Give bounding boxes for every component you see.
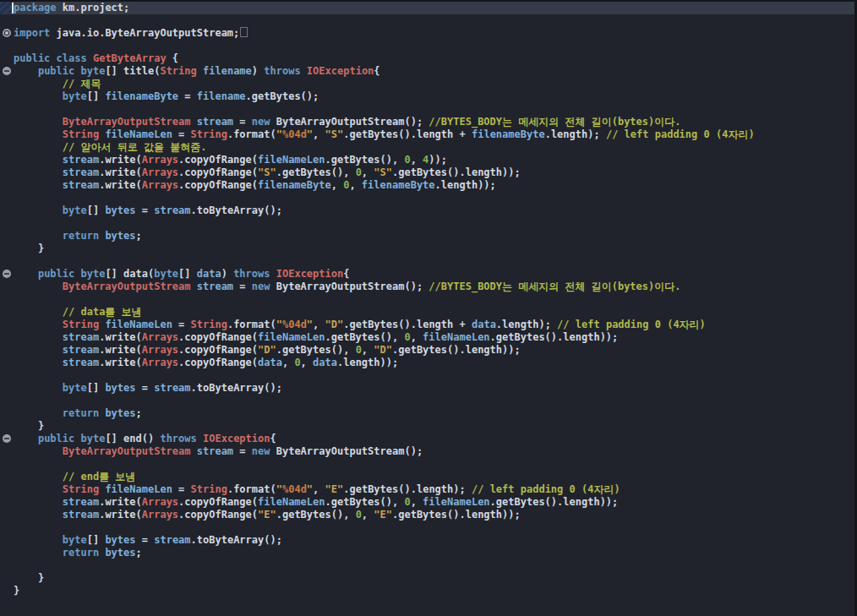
code-token: [] [87,534,106,546]
fold-minus-icon[interactable] [3,67,11,75]
code-line[interactable] [0,395,857,407]
code-token: .copyOfRange( [178,509,258,521]
code-token: .getBytes().length + [343,319,472,330]
code-line[interactable] [0,521,857,534]
code-line[interactable]: // 알아서 뒤로 값을 붙혀줌. [0,141,857,154]
code-token: .format( [227,483,276,495]
code-token [14,407,63,419]
code-token: = [233,445,252,457]
code-line[interactable] [0,103,857,116]
code-line[interactable]: byte[] bytes = stream.toByteArray(); [0,534,857,547]
code-line[interactable] [0,293,857,306]
code-line[interactable] [0,192,857,204]
code-line[interactable]: byte[] bytes = stream.toByteArray(); [0,382,857,395]
code-token: .getBytes(); [246,90,319,102]
code-token: fileNameLen [105,483,172,495]
code-line[interactable] [0,14,857,27]
code-token [14,166,63,178]
code-line[interactable]: stream.write(Arrays.copyOfRange("D".getB… [0,344,857,357]
code-area[interactable]: package km.project;import java.io.ByteAr… [0,0,857,616]
code-token: return [63,407,99,419]
code-token: .format( [227,128,276,140]
code-line[interactable]: stream.write(Arrays.copyOfRange(fileName… [0,154,857,166]
code-line[interactable]: String fileNameLen = String.format("%04d… [0,128,857,141]
code-line[interactable] [0,369,857,382]
code-line[interactable] [0,458,857,471]
code-token: byte [63,204,87,216]
code-token: ) [252,65,264,77]
code-token: .getBytes().length)); [392,509,521,521]
fold-minus-icon[interactable] [3,434,11,443]
code-token: return [63,230,99,242]
code-line[interactable]: stream.write(Arrays.copyOfRange(filename… [0,179,857,192]
code-line[interactable]: } [0,585,857,597]
code-line[interactable]: public byte[] data(byte[] data) throws I… [0,268,857,281]
code-token: ; [136,547,142,559]
code-line[interactable]: // data를 보냄 [0,306,857,319]
code-token: , [362,344,374,356]
code-token: new [252,116,270,128]
code-token: " [276,128,282,140]
code-line[interactable]: stream.write(Arrays.copyOfRange("S".getB… [0,166,857,179]
code-token: ; [136,407,142,419]
code-token: )); [428,154,447,166]
code-token: .copyOfRange( [178,344,258,356]
code-line[interactable]: String fileNameLen = String.format("%04d… [0,483,857,496]
code-line[interactable]: stream.write(Arrays.copyOfRange(data, 0,… [0,357,857,369]
code-token: filename [197,90,246,102]
code-line[interactable]: public byte[] end() throws IOException{ [0,433,857,445]
code-token: , [313,483,325,495]
code-token: 0 [404,331,410,343]
code-token: bytes [105,204,135,216]
code-line[interactable]: ByteArrayOutputStream stream = new ByteA… [0,116,857,128]
code-token [14,319,63,330]
code-token: new [252,281,270,292]
code-token: ByteArrayOutputStream [63,445,191,457]
code-token: throws [233,268,270,280]
code-line[interactable]: public byte[] title(String filename) thr… [0,65,857,78]
fold-dot-icon[interactable] [3,29,11,37]
code-token [14,483,63,495]
code-line[interactable] [0,217,857,230]
code-line[interactable]: } [0,420,857,433]
code-line[interactable] [0,255,857,268]
code-editor-window: { "colors": { "background": "#20232b", "… [0,0,857,616]
code-line[interactable]: return bytes; [0,547,857,559]
code-line[interactable]: } [0,572,857,585]
code-line[interactable]: ByteArrayOutputStream stream = new ByteA… [0,281,857,293]
code-line[interactable]: return bytes; [0,230,857,243]
code-line[interactable]: byte[] filenameByte = filename.getBytes(… [0,90,857,103]
code-token: stream [154,382,190,394]
code-line[interactable]: import java.io.ByteArrayOutputStream; [0,27,857,40]
code-token [14,281,63,292]
code-line[interactable]: } [0,243,857,255]
code-line[interactable]: stream.write(Arrays.copyOfRange(fileName… [0,496,857,509]
code-line[interactable]: String fileNameLen = String.format("%04d… [0,319,857,331]
code-line[interactable]: stream.write(Arrays.copyOfRange(fileName… [0,331,857,344]
code-line[interactable]: ByteArrayOutputStream stream = new ByteA… [0,445,857,458]
code-line[interactable]: byte[] bytes = stream.toByteArray(); [0,204,857,217]
code-line[interactable]: stream.write(Arrays.copyOfRange("E".getB… [0,509,857,521]
code-token: //BYTES_BODY는 메세지의 전체 길이(bytes)이다. [428,281,680,292]
code-token [14,357,63,368]
code-token [14,534,63,546]
code-token: , [411,154,423,166]
code-token: public byte [38,268,105,280]
code-token: , [362,166,374,178]
code-token: .write( [99,166,142,178]
code-line[interactable]: // 제목 [0,78,857,90]
code-line[interactable]: public class GetByteArray { [0,52,857,65]
code-line[interactable]: package km.project; [0,2,857,14]
code-token: return [63,547,99,559]
fold-minus-icon[interactable] [3,270,11,278]
code-token: GetByteArray [93,52,166,64]
code-token: fileNameLen [258,331,325,343]
code-line[interactable]: return bytes; [0,407,857,420]
code-line[interactable] [0,40,857,52]
code-line[interactable] [0,559,857,572]
code-token: "S" [325,128,344,140]
code-token: ) [221,268,233,280]
code-line[interactable]: // end를 보냄 [0,471,857,483]
code-token: "D" [258,344,276,356]
code-token: = [172,483,191,495]
